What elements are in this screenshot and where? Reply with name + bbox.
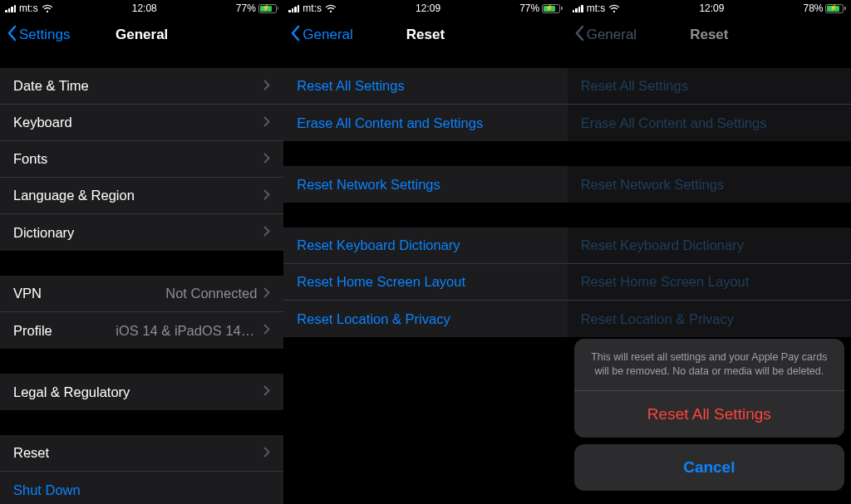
settings-cell[interactable]: ProfileiOS 14 & iPadOS 14 Beta Softwar…	[0, 312, 283, 349]
wifi-icon	[325, 4, 337, 13]
battery-pct: 77%	[236, 2, 256, 14]
settings-group: Legal & Regulatory	[0, 374, 283, 410]
screen-2: mt:s12:0978%⚡GeneralResetReset All Setti…	[568, 0, 851, 504]
reset-all-settings-confirm-button[interactable]: Reset All Settings	[574, 391, 844, 438]
sheet-message: This will reset all settings and your Ap…	[574, 339, 844, 391]
cell-label: Language & Region	[13, 188, 263, 203]
settings-cell[interactable]: Reset Network Settings	[568, 166, 851, 203]
settings-cell[interactable]: Reset All Settings	[568, 68, 851, 105]
settings-group: ResetShut Down	[0, 435, 283, 504]
status-bar: mt:s12:0877%⚡	[0, 0, 283, 17]
settings-group: Reset Network Settings	[283, 166, 567, 203]
settings-cell[interactable]: Shut Down	[0, 472, 283, 504]
chevron-left-icon	[290, 25, 300, 46]
chevron-left-icon	[574, 25, 584, 46]
page-title: Reset	[406, 27, 445, 43]
signal-icon	[288, 5, 299, 12]
back-button[interactable]: Settings	[7, 25, 70, 46]
cell-label: Erase All Content and Settings	[297, 115, 553, 131]
settings-cell[interactable]: Language & Region	[0, 178, 283, 214]
settings-cell[interactable]: Reset All Settings	[283, 68, 567, 105]
chevron-right-icon	[263, 225, 270, 240]
cell-label: Dictionary	[13, 225, 263, 241]
settings-cell[interactable]: Date & Time	[0, 68, 283, 105]
screen-1: mt:s12:0977%⚡GeneralResetReset All Setti…	[283, 0, 567, 504]
cell-label: Reset Keyboard Dictionary	[581, 237, 838, 253]
settings-group: Reset Network Settings	[568, 166, 851, 203]
carrier-label: mt:s	[303, 2, 322, 14]
settings-cell[interactable]: VPNNot Connected	[0, 276, 283, 312]
cell-label: Fonts	[13, 151, 263, 167]
back-button[interactable]: General	[290, 25, 352, 46]
settings-cell[interactable]: Reset Network Settings	[283, 166, 567, 203]
cell-detail: Not Connected	[165, 286, 257, 301]
cell-detail: iOS 14 & iPadOS 14 Beta Softwar…	[116, 323, 257, 339]
chevron-right-icon	[263, 152, 270, 167]
cell-label: Reset All Settings	[581, 78, 838, 94]
action-sheet: This will reset all settings and your Ap…	[574, 339, 844, 497]
settings-cell[interactable]: Fonts	[0, 141, 283, 178]
battery-icon: ⚡	[825, 4, 846, 13]
content: Date & TimeKeyboardFontsLanguage & Regio…	[0, 53, 283, 504]
settings-cell[interactable]: Keyboard	[0, 105, 283, 141]
chevron-right-icon	[263, 323, 270, 338]
status-time: 12:09	[699, 2, 724, 14]
settings-cell[interactable]: Reset Home Screen Layout	[568, 264, 851, 301]
cell-label: Erase All Content and Settings	[581, 115, 838, 131]
back-label: General	[587, 27, 637, 43]
cell-label: VPN	[13, 286, 165, 301]
battery-icon: ⚡	[258, 4, 279, 13]
chevron-right-icon	[263, 384, 270, 399]
settings-group: VPNNot ConnectedProfileiOS 14 & iPadOS 1…	[0, 276, 283, 349]
settings-cell[interactable]: Reset	[0, 435, 283, 472]
settings-cell[interactable]: Reset Keyboard Dictionary	[568, 228, 851, 264]
content: Reset All SettingsErase All Content and …	[283, 53, 567, 504]
settings-cell[interactable]: Reset Location & Privacy	[568, 301, 851, 337]
cell-label: Profile	[13, 323, 116, 339]
chevron-right-icon	[263, 446, 270, 461]
cell-label: Reset Home Screen Layout	[581, 274, 838, 290]
cancel-button[interactable]: Cancel	[574, 444, 844, 491]
settings-group: Reset All SettingsErase All Content and …	[283, 68, 567, 141]
chevron-right-icon	[263, 79, 270, 94]
nav-bar: GeneralReset	[568, 17, 851, 53]
cell-label: Legal & Regulatory	[13, 384, 263, 400]
chevron-right-icon	[263, 115, 270, 130]
status-time: 12:09	[416, 2, 440, 14]
back-button[interactable]: General	[574, 25, 637, 46]
cell-label: Reset Location & Privacy	[297, 311, 553, 327]
nav-bar: SettingsGeneral	[0, 17, 283, 53]
cell-label: Keyboard	[13, 115, 263, 130]
settings-group: Reset Keyboard DictionaryReset Home Scre…	[283, 228, 567, 337]
settings-cell[interactable]: Reset Keyboard Dictionary	[283, 228, 567, 264]
signal-icon	[5, 5, 16, 12]
cell-label: Shut Down	[13, 482, 270, 498]
settings-cell[interactable]: Dictionary	[0, 214, 283, 251]
settings-cell[interactable]: Reset Location & Privacy	[283, 301, 567, 337]
cell-label: Reset	[13, 445, 263, 461]
settings-cell[interactable]: Legal & Regulatory	[0, 374, 283, 410]
settings-cell[interactable]: Reset Home Screen Layout	[283, 264, 567, 301]
nav-bar: GeneralReset	[283, 17, 567, 53]
settings-group: Date & TimeKeyboardFontsLanguage & Regio…	[0, 68, 283, 251]
cell-label: Reset All Settings	[297, 78, 553, 94]
settings-group: Reset Keyboard DictionaryReset Home Scre…	[568, 228, 851, 337]
chevron-right-icon	[263, 286, 270, 301]
page-title: General	[116, 27, 168, 43]
battery-icon: ⚡	[542, 4, 563, 13]
settings-cell[interactable]: Erase All Content and Settings	[568, 105, 851, 141]
signal-icon	[573, 5, 583, 12]
cell-label: Reset Location & Privacy	[581, 311, 838, 327]
carrier-label: mt:s	[19, 2, 38, 14]
carrier-label: mt:s	[587, 2, 606, 14]
chevron-left-icon	[7, 25, 17, 46]
sheet-group: This will reset all settings and your Ap…	[574, 339, 844, 438]
back-label: General	[303, 27, 352, 43]
status-bar: mt:s12:0978%⚡	[568, 0, 851, 17]
cell-label: Date & Time	[13, 78, 263, 94]
settings-group: Reset All SettingsErase All Content and …	[568, 68, 851, 141]
settings-cell[interactable]: Erase All Content and Settings	[283, 105, 567, 141]
wifi-icon	[42, 4, 53, 13]
page-title: Reset	[690, 27, 728, 43]
cell-label: Reset Keyboard Dictionary	[297, 237, 553, 253]
